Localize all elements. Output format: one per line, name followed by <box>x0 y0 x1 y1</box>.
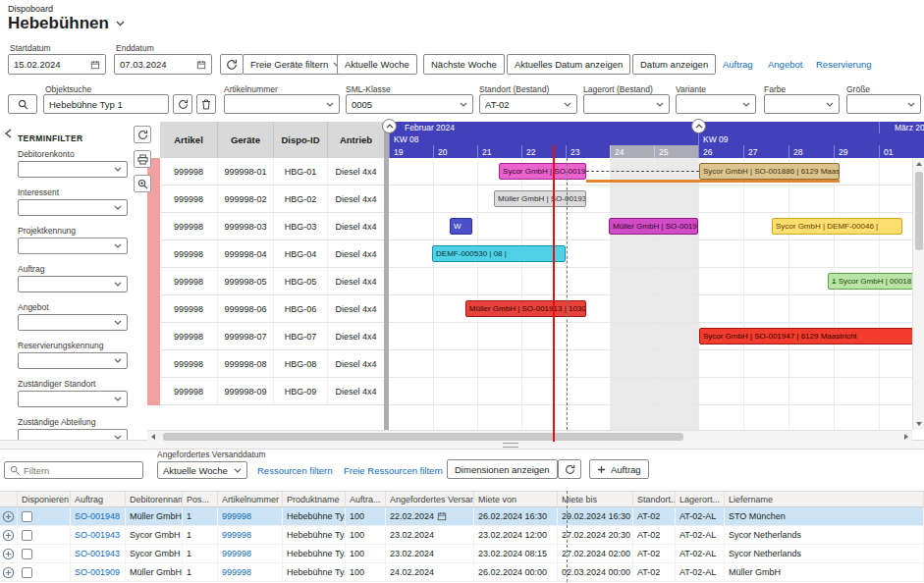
row-checkbox[interactable] <box>22 567 32 578</box>
gantt-bar[interactable]: Müller GmbH | SO-001945 | <box>609 218 698 235</box>
objektsuche-input[interactable]: Hebebühne Typ 1 <box>43 94 169 114</box>
cell-link[interactable]: 999998 <box>222 530 251 540</box>
angebot-link[interactable]: Angebot <box>768 59 802 70</box>
filter-dropdown[interactable] <box>18 352 128 369</box>
table-row[interactable]: SO-001943Sycor GmbH1999998Hebebühne Ty..… <box>0 545 924 563</box>
week-select[interactable]: Aktuelle Woche <box>157 461 247 479</box>
naechste-woche-button[interactable]: Nächste Woche <box>423 54 505 75</box>
grip-icon[interactable] <box>503 443 518 448</box>
gantt-zoom-button[interactable] <box>134 175 151 192</box>
aktuelles-datum-anzeigen-button[interactable]: Aktuelles Datum anzeigen <box>507 54 630 75</box>
scroll-left-icon[interactable] <box>147 431 159 443</box>
gantt-vertical-scrollbar[interactable] <box>912 158 924 430</box>
resource-row[interactable]: 999998999998-07HBG-07Diesel 4x4 <box>160 323 385 350</box>
filter-dropdown[interactable] <box>18 314 128 331</box>
ressourcen-filtern-link[interactable]: Ressourcen filtern <box>257 465 333 476</box>
gantt-bar[interactable]: Sycor GmbH | SO-001947 | 6129 Maastricht <box>699 328 913 344</box>
filter-field-dropdown[interactable] <box>583 94 670 114</box>
filter-field-dropdown[interactable]: 0005 <box>346 94 473 114</box>
cell-link[interactable]: SO-001909 <box>75 567 120 577</box>
filter-field-dropdown[interactable] <box>224 94 340 114</box>
resource-row[interactable]: 999998999998-05HBG-05Diesel 4x4 <box>160 268 385 295</box>
calendar-icon[interactable] <box>196 60 206 70</box>
column-header[interactable]: Miete von <box>474 492 558 506</box>
aktuelle-woche-button[interactable]: Aktuelle Woche <box>337 54 417 75</box>
collapse-week-button[interactable] <box>691 119 706 133</box>
column-header[interactable]: Liefername <box>725 492 924 506</box>
scroll-up-icon[interactable] <box>913 158 924 170</box>
freie-geraete-filtern-button[interactable]: Freie Geräte filtern <box>243 54 349 75</box>
gantt-bar[interactable]: Müller GmbH | SO-001913 | 1030 Wien <box>465 300 586 317</box>
clear-filter-button[interactable] <box>196 94 216 114</box>
datum-anzeigen-button[interactable]: Datum anzeigen <box>632 54 716 75</box>
freie-ressourcen-filtern-link[interactable]: Freie Ressourcen filtern <box>344 465 443 476</box>
resource-row[interactable]: 999998999998-04HBG-04Diesel 4x4 <box>160 240 385 268</box>
row-checkbox[interactable] <box>22 511 32 522</box>
scrollbar-thumb[interactable] <box>163 433 683 441</box>
filter-dropdown[interactable] <box>18 391 128 407</box>
cell-link[interactable]: 999998 <box>222 567 251 577</box>
collapse-week-button[interactable] <box>382 119 397 133</box>
table-row[interactable]: SO-001943Sycor GmbH1999998Hebebühne Ty..… <box>0 526 924 545</box>
sidebar-collapse-button[interactable] <box>5 125 12 142</box>
column-header[interactable]: Miete bis <box>558 492 633 506</box>
reservierung-link[interactable]: Reservierung <box>816 59 872 70</box>
scroll-right-icon[interactable] <box>900 431 912 443</box>
enddatum-input[interactable]: 07.03.2024 <box>114 54 212 75</box>
gantt-bar[interactable]: Sycor GmbH | SO-001908 | <box>499 163 586 180</box>
resource-row[interactable]: 999998999998-06HBG-06Diesel 4x4 <box>160 295 385 323</box>
add-row-icon[interactable] <box>2 548 15 560</box>
gantt-print-button[interactable] <box>134 150 151 168</box>
table-filter-input[interactable]: Filtern <box>4 461 143 479</box>
scrollbar-thumb[interactable] <box>915 172 923 250</box>
resource-row[interactable]: 999998999998-03HBG-03Diesel 4x4 <box>160 213 385 240</box>
column-header[interactable]: Lagerort... <box>676 492 725 506</box>
gantt-bar[interactable]: Sycor GmbH | 000187 | <box>828 273 924 290</box>
column-header[interactable] <box>0 492 18 506</box>
gantt-refresh-button[interactable] <box>134 126 151 143</box>
filter-field-dropdown[interactable] <box>676 94 756 114</box>
column-header[interactable]: Disponieren <box>18 492 71 506</box>
resource-row[interactable]: 999998999998-02HBG-02Diesel 4x4 <box>160 186 385 213</box>
cell-link[interactable]: SO-001943 <box>75 549 120 558</box>
column-header[interactable]: Standort... <box>633 492 676 506</box>
add-row-icon[interactable] <box>2 510 15 523</box>
refresh-dates-button[interactable] <box>220 54 244 75</box>
row-checkbox[interactable] <box>22 530 32 541</box>
gantt-bar[interactable]: Müller GmbH | SO-001934 | 10 <box>494 190 586 207</box>
column-header[interactable]: Auftra... <box>346 492 386 506</box>
column-header[interactable]: Debitorenname <box>126 492 183 506</box>
gantt-bar[interactable]: W <box>450 218 472 235</box>
add-row-icon[interactable] <box>2 566 15 579</box>
resource-row[interactable]: 999998999998-01HBG-01Diesel 4x4 <box>160 158 385 186</box>
filter-field-dropdown[interactable] <box>764 94 840 114</box>
filter-dropdown[interactable] <box>18 161 128 178</box>
gantt-bar[interactable]: DEMF-000530 | 08 | <box>432 245 566 262</box>
cell-link[interactable]: 999998 <box>222 511 251 521</box>
dimensionen-anzeigen-button[interactable]: Dimensionen anzeigen <box>447 459 558 479</box>
gantt-bar[interactable]: Sycor GmbH | SO-001886 | 6129 Maastricht <box>699 163 840 180</box>
resource-row[interactable]: 999998999998-08HBG-08Diesel 4x4 <box>160 350 385 378</box>
cell-link[interactable]: SO-001948 <box>75 511 120 521</box>
object-search-button[interactable] <box>8 94 37 114</box>
cell-link[interactable]: SO-001943 <box>75 530 120 540</box>
column-header[interactable]: Artikelnummer <box>218 492 283 506</box>
gantt-splitter[interactable] <box>384 122 389 430</box>
filter-dropdown[interactable] <box>18 238 128 254</box>
table-row[interactable]: SO-001948Müller GmbH1999998Hebebühne Ty.… <box>0 507 924 526</box>
cell-link[interactable]: 999998 <box>222 549 251 558</box>
auftrag-link[interactable]: Auftrag <box>723 59 753 70</box>
startdatum-input[interactable]: 15.02.2024 <box>8 54 106 75</box>
refresh-search-button[interactable] <box>173 94 192 114</box>
gantt-bar[interactable]: Sycor GmbH | DEMF-00046 | <box>772 218 902 235</box>
gantt-horizontal-scrollbar[interactable] <box>147 430 912 442</box>
row-checkbox[interactable] <box>22 549 32 559</box>
column-header[interactable]: Angefordertes Versan... <box>386 492 474 506</box>
add-auftrag-button[interactable]: Auftrag <box>589 459 649 479</box>
column-header[interactable]: Produktname <box>283 492 346 506</box>
filter-dropdown[interactable] <box>18 199 128 216</box>
scroll-down-icon[interactable] <box>913 418 924 430</box>
column-header[interactable]: Auftrag <box>71 492 126 506</box>
filter-field-dropdown[interactable] <box>846 94 921 114</box>
calendar-icon[interactable] <box>90 60 100 70</box>
